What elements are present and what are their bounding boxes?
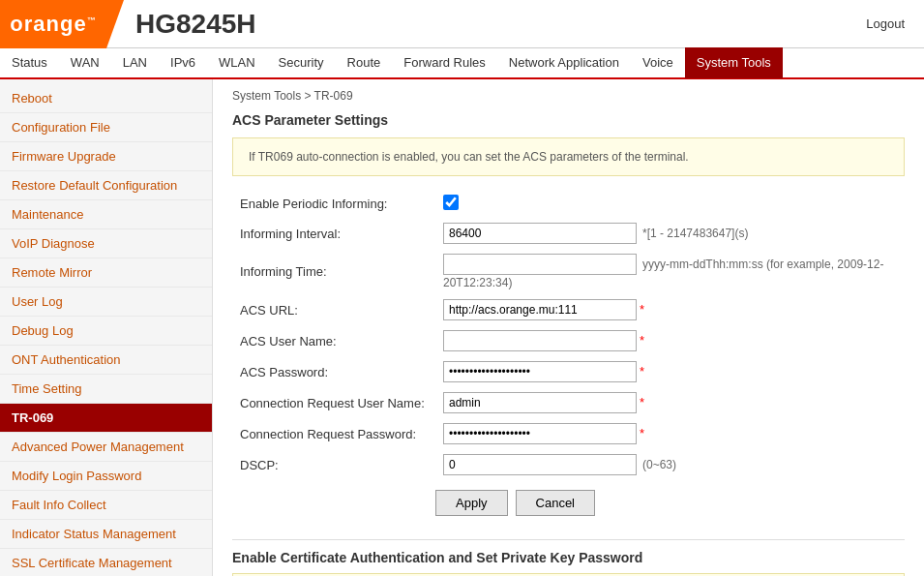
- sidebar-item-configuration-file[interactable]: Configuration File: [0, 113, 212, 142]
- field-input-cell-3: *: [435, 294, 905, 325]
- required-mark-6: *: [640, 395, 644, 409]
- nav-item-lan[interactable]: LAN: [111, 47, 159, 78]
- section2-title: Enable Certificate Authentication and Se…: [232, 550, 905, 565]
- nav-item-wlan[interactable]: WLAN: [207, 47, 267, 78]
- required-mark-4: *: [640, 333, 644, 348]
- field-text-1[interactable]: [443, 223, 637, 244]
- field-checkbox-0[interactable]: [443, 195, 459, 210]
- field-label-0: Enable Periodic Informing:: [232, 190, 435, 218]
- acs-form: Enable Periodic Informing:Informing Inte…: [232, 190, 905, 480]
- field-text-4[interactable]: [443, 330, 637, 351]
- nav-item-voice[interactable]: Voice: [631, 47, 685, 78]
- device-title: HG8245H: [106, 9, 866, 40]
- field-label-2: Informing Time:: [232, 249, 435, 294]
- cancel-button[interactable]: Cancel: [516, 490, 595, 516]
- field-input-cell-5: *: [435, 356, 905, 387]
- sidebar-item-user-log[interactable]: User Log: [0, 288, 212, 317]
- nav-item-network-application[interactable]: Network Application: [497, 47, 631, 78]
- main-nav: StatusWANLANIPv6WLANSecurityRouteForward…: [0, 48, 924, 79]
- nav-item-status[interactable]: Status: [0, 47, 59, 78]
- sidebar-item-restore-default-configuration[interactable]: Restore Default Configuration: [0, 171, 212, 200]
- required-mark-7: *: [640, 426, 644, 440]
- field-input-cell-8: (0~63): [435, 449, 905, 480]
- nav-item-forward-rules[interactable]: Forward Rules: [392, 47, 497, 78]
- nav-item-route[interactable]: Route: [336, 47, 393, 78]
- info-box: If TR069 auto-connection is enabled, you…: [232, 137, 905, 176]
- nav-item-ipv6[interactable]: IPv6: [159, 47, 207, 78]
- nav-item-system-tools[interactable]: System Tools: [685, 47, 783, 78]
- apply-button[interactable]: Apply: [435, 490, 508, 516]
- sidebar: RebootConfiguration FileFirmware Upgrade…: [0, 79, 213, 576]
- field-hint-1: *[1 - 2147483647](s): [637, 227, 748, 240]
- sidebar-item-advanced-power-management[interactable]: Advanced Power Management: [0, 433, 212, 462]
- sidebar-item-ont-authentication[interactable]: ONT Authentication: [0, 346, 212, 375]
- field-label-4: ACS User Name:: [232, 325, 435, 356]
- sidebar-item-voip-diagnose[interactable]: VoIP Diagnose: [0, 229, 212, 258]
- field-password-7[interactable]: [443, 423, 637, 444]
- field-password-5[interactable]: [443, 361, 637, 382]
- field-input-cell-0: [435, 190, 905, 218]
- field-text-3[interactable]: [443, 299, 637, 320]
- sidebar-item-debug-log[interactable]: Debug Log: [0, 317, 212, 346]
- sidebar-item-tr-069[interactable]: TR-069: [0, 404, 212, 433]
- sidebar-item-time-setting[interactable]: Time Setting: [0, 375, 212, 404]
- field-text-8[interactable]: [443, 454, 637, 475]
- field-label-5: ACS Password:: [232, 356, 435, 387]
- header: orange™ HG8245H Logout: [0, 0, 924, 48]
- sidebar-item-modify-login-password[interactable]: Modify Login Password: [0, 462, 212, 491]
- field-label-7: Connection Request Password:: [232, 418, 435, 449]
- field-input-cell-4: *: [435, 325, 905, 356]
- sidebar-item-maintenance[interactable]: Maintenance: [0, 200, 212, 229]
- sidebar-item-firmware-upgrade[interactable]: Firmware Upgrade: [0, 142, 212, 171]
- field-input-cell-2: yyyy-mm-ddThh:mm:ss (for example, 2009-1…: [435, 249, 905, 294]
- field-label-3: ACS URL:: [232, 294, 435, 325]
- nav-item-wan[interactable]: WAN: [59, 47, 111, 78]
- field-input-cell-6: *: [435, 387, 905, 418]
- field-label-6: Connection Request User Name:: [232, 387, 435, 418]
- field-label-8: DSCP:: [232, 449, 435, 480]
- logout-button[interactable]: Logout: [866, 16, 924, 31]
- field-hint-8: (0~63): [637, 458, 676, 471]
- button-row: Apply Cancel: [232, 480, 905, 526]
- required-mark-5: *: [640, 364, 644, 379]
- field-text-6[interactable]: [443, 392, 637, 413]
- section2: Enable Certificate Authentication and Se…: [232, 539, 905, 576]
- field-label-1: Informing Interval:: [232, 218, 435, 249]
- sidebar-item-ssl-certificate-management[interactable]: SSL Certificate Management: [0, 549, 212, 576]
- sidebar-item-indicator-status-management[interactable]: Indicator Status Management: [0, 520, 212, 549]
- sidebar-item-reboot[interactable]: Reboot: [0, 84, 212, 113]
- field-input-cell-7: *: [435, 418, 905, 449]
- content-area: RebootConfiguration FileFirmware Upgrade…: [0, 79, 924, 576]
- breadcrumb: System Tools > TR-069: [232, 89, 905, 103]
- sidebar-item-remote-mirror[interactable]: Remote Mirror: [0, 258, 212, 288]
- field-text-2[interactable]: [443, 254, 637, 275]
- required-mark-3: *: [640, 302, 644, 317]
- nav-item-security[interactable]: Security: [267, 47, 336, 78]
- field-input-cell-1: *[1 - 2147483647](s): [435, 218, 905, 249]
- section1-title: ACS Parameter Settings: [232, 112, 905, 128]
- main-content: System Tools > TR-069 ACS Parameter Sett…: [213, 79, 924, 576]
- logo-box: orange™: [0, 0, 106, 48]
- sidebar-item-fault-info-collect[interactable]: Fault Info Collect: [0, 491, 212, 520]
- logo-text: orange™: [10, 12, 96, 37]
